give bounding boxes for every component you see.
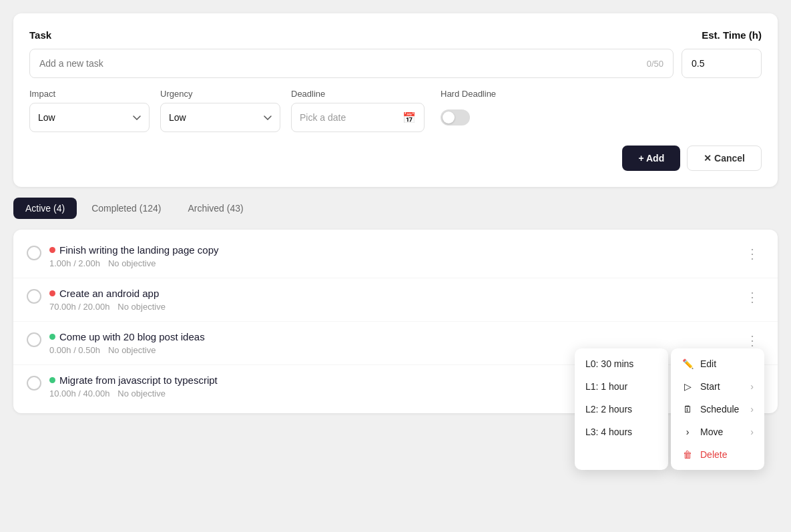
urgency-group: Urgency Low Medium High (160, 89, 280, 132)
task-input-wrapper: 0/50 (29, 49, 674, 78)
char-count: 0/50 (647, 59, 664, 69)
task-list-card: Finish writing the landing page copy 1.0… (13, 230, 778, 413)
task-more-btn-1[interactable]: ⋮ (740, 244, 764, 263)
task-checkbox-3[interactable] (27, 332, 41, 347)
task-item: Create an android app 70.00h / 20.00h No… (13, 278, 778, 322)
task-item: Come up with 20 blog post ideas 0.00h / … (13, 322, 778, 365)
menu-arrow: › (750, 404, 754, 415)
context-menu-left: L0: 30 minsL1: 1 hourL2: 2 hoursL3: 4 ho… (575, 348, 668, 470)
task-content-1: Finish writing the landing page copy 1.0… (49, 244, 740, 268)
menu-label-3: Move (700, 427, 723, 437)
status-dot-3 (49, 334, 55, 340)
hard-deadline-label: Hard Deadline (441, 89, 496, 99)
impact-select[interactable]: Low Medium High (29, 103, 150, 132)
menu-icon-schedule: 🗓 (682, 404, 694, 415)
time-logged-3: 0.00h / 0.50h (49, 345, 100, 355)
task-input-row: 0/50 (29, 49, 762, 78)
hard-deadline-group: Hard Deadline (441, 89, 496, 132)
menu-label-1: Start (700, 381, 720, 392)
toggle-knob (443, 111, 455, 123)
menu-label-0: Edit (700, 358, 716, 369)
objective-1: No objective (108, 258, 156, 268)
urgency-label: Urgency (160, 89, 280, 99)
cancel-button[interactable]: ✕ Cancel (687, 146, 762, 171)
calendar-icon: 📅 (403, 111, 416, 124)
status-dot-2 (49, 290, 55, 296)
time-logged-4: 10.00h / 40.00h (49, 388, 109, 398)
context-left-item-2[interactable]: L2: 2 hours (575, 398, 668, 421)
task-content-2: Create an android app 70.00h / 20.00h No… (49, 288, 740, 312)
add-task-card: Task Est. Time (h) 0/50 Impact Low Mediu… (13, 13, 778, 187)
context-right-item-0[interactable]: ✏️Edit (671, 352, 764, 375)
task-title-row: Come up with 20 blog post ideas (49, 331, 740, 342)
menu-icon-move: › (682, 427, 694, 437)
task-title-3: Come up with 20 blog post ideas (59, 331, 205, 342)
fields-row: Impact Low Medium High Urgency Low Mediu… (29, 89, 762, 132)
menu-icon-edit: ✏️ (682, 358, 694, 369)
add-button-label: + Add (638, 153, 664, 164)
task-label: Task (29, 29, 51, 41)
task-checkbox-4[interactable] (27, 376, 41, 390)
context-right-item-1[interactable]: ▷Start› (671, 375, 764, 398)
context-right-item-4[interactable]: 🗑Delete (671, 443, 764, 466)
menu-arrow: › (750, 381, 754, 392)
time-logged-1: 1.00h / 2.00h (49, 258, 100, 268)
time-logged-2: 70.00h / 20.00h (49, 302, 109, 312)
task-title-1: Finish writing the landing page copy (59, 244, 218, 256)
context-menu-right: ✏️Edit▷Start›🗓Schedule››Move›🗑Delete (671, 348, 764, 470)
urgency-select[interactable]: Low Medium High (160, 103, 280, 132)
deadline-picker[interactable]: Pick a date 📅 (291, 103, 425, 132)
task-meta-2: 70.00h / 20.00h No objective (49, 302, 740, 312)
context-menu-container: L0: 30 minsL1: 1 hourL2: 2 hoursL3: 4 ho… (575, 348, 764, 470)
hard-deadline-toggle-wrapper (441, 103, 496, 132)
status-dot-1 (49, 247, 55, 253)
context-left-item-1[interactable]: L1: 1 hour (575, 375, 668, 398)
action-row: + Add ✕ Cancel (29, 146, 762, 171)
add-button[interactable]: + Add (622, 146, 680, 171)
hard-deadline-toggle[interactable] (441, 109, 470, 125)
objective-2: No objective (117, 302, 166, 312)
task-meta-1: 1.00h / 2.00h No objective (49, 258, 740, 268)
tab-0[interactable]: Active (4) (13, 198, 77, 219)
tab-2[interactable]: Archived (43) (176, 198, 255, 219)
objective-3: No objective (108, 345, 156, 355)
task-checkbox-2[interactable] (27, 289, 41, 304)
task-title-4: Migrate from javascript to typescript (59, 374, 218, 386)
menu-arrow: › (750, 427, 754, 437)
context-right-item-2[interactable]: 🗓Schedule› (671, 398, 764, 421)
tabs-row: Active (4)Completed (124)Archived (43) (13, 198, 778, 219)
task-checkbox-1[interactable] (27, 246, 41, 260)
cancel-button-label: ✕ Cancel (704, 153, 745, 164)
objective-4: No objective (117, 388, 166, 398)
task-title-2: Create an android app (59, 288, 159, 299)
deadline-group: Deadline Pick a date 📅 (291, 89, 425, 132)
task-input[interactable] (39, 58, 647, 69)
task-more-btn-2[interactable]: ⋮ (740, 288, 764, 306)
menu-icon-delete: 🗑 (682, 449, 694, 460)
menu-icon-start: ▷ (682, 381, 694, 392)
impact-group: Impact Low Medium High (29, 89, 150, 132)
task-item: Finish writing the landing page copy 1.0… (13, 235, 778, 278)
page-container: Task Est. Time (h) 0/50 Impact Low Mediu… (13, 13, 778, 413)
context-left-item-3[interactable]: L3: 4 hours (575, 421, 668, 443)
est-time-input[interactable] (682, 49, 762, 78)
tab-1[interactable]: Completed (124) (79, 198, 173, 219)
impact-label: Impact (29, 89, 150, 99)
deadline-label: Deadline (291, 89, 425, 99)
context-right-item-3[interactable]: ›Move› (671, 421, 764, 443)
task-more-btn-3[interactable]: ⋮ (740, 331, 764, 350)
menu-label-2: Schedule (700, 404, 739, 415)
deadline-text: Pick a date (300, 112, 397, 123)
menu-label-4: Delete (700, 449, 727, 460)
status-dot-4 (49, 377, 55, 383)
task-title-row: Create an android app (49, 288, 740, 299)
task-title-row: Finish writing the landing page copy (49, 244, 740, 256)
add-task-header: Task Est. Time (h) (29, 29, 762, 41)
est-time-label: Est. Time (h) (702, 29, 762, 41)
context-left-item-0[interactable]: L0: 30 mins (575, 352, 668, 375)
